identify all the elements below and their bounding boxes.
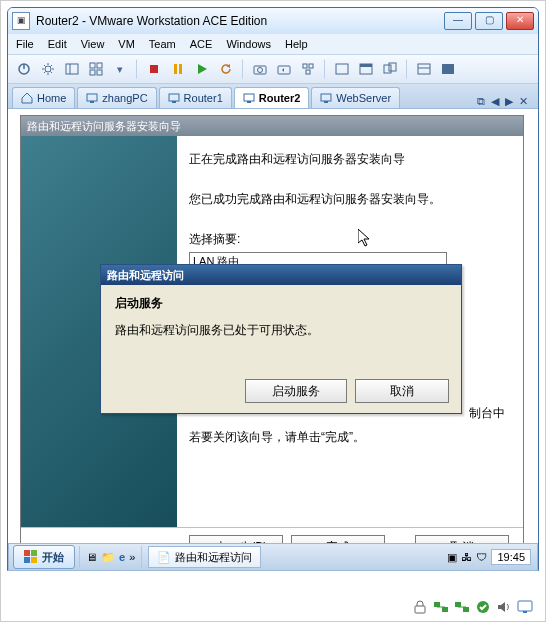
- svg-rect-32: [244, 94, 254, 101]
- host-display-icon[interactable]: [517, 599, 533, 615]
- snapshot-icon[interactable]: [249, 58, 271, 80]
- tab-label: Router1: [184, 92, 223, 104]
- svg-rect-22: [360, 64, 372, 67]
- start-label: 开始: [42, 550, 64, 565]
- tray-security-icon[interactable]: 🛡: [476, 551, 487, 563]
- thumbnails-icon[interactable]: [85, 58, 107, 80]
- reset-icon[interactable]: [215, 58, 237, 80]
- svg-rect-38: [24, 557, 30, 563]
- close-button[interactable]: ✕: [506, 12, 534, 30]
- menu-view[interactable]: View: [81, 38, 105, 50]
- minimize-button[interactable]: —: [444, 12, 472, 30]
- power-off-icon[interactable]: [13, 58, 35, 80]
- play-icon[interactable]: [191, 58, 213, 80]
- quick-launch: 🖥 📁 e »: [79, 546, 142, 568]
- svg-point-2: [45, 66, 51, 72]
- wizard-text-success: 您已成功完成路由和远程访问服务器安装向导。: [189, 190, 505, 208]
- svg-rect-31: [172, 101, 176, 103]
- menu-ace[interactable]: ACE: [190, 38, 213, 50]
- svg-rect-17: [303, 64, 307, 68]
- dropdown-icon[interactable]: ▾: [109, 58, 131, 80]
- svg-rect-8: [97, 70, 102, 75]
- titlebar: ▣ Router2 - VMware Workstation ACE Editi…: [8, 8, 538, 34]
- tabstrip-close-icon[interactable]: ✕: [517, 95, 530, 108]
- manage-snapshot-icon[interactable]: [297, 58, 319, 80]
- tabstrip-clone-icon[interactable]: ⧉: [475, 95, 487, 108]
- svg-rect-7: [90, 70, 95, 75]
- tab-webserver[interactable]: WebServer: [311, 87, 400, 108]
- app-icon: ▣: [12, 12, 30, 30]
- tab-home-label: Home: [37, 92, 66, 104]
- svg-rect-11: [179, 64, 182, 74]
- svg-rect-30: [169, 94, 179, 101]
- ql-desktop-icon[interactable]: 🖥: [86, 551, 97, 563]
- tray-vmtools-icon[interactable]: ▣: [447, 551, 457, 564]
- dialog-body-text: 路由和远程访问服务已处于可用状态。: [115, 322, 447, 339]
- service-dialog: 路由和远程访问 启动服务 路由和远程访问服务已处于可用状态。 启动服务 取消: [100, 264, 462, 414]
- tray-network-icon[interactable]: 🖧: [461, 551, 472, 563]
- wizard-close-hint: 若要关闭该向导，请单击“完成”。: [189, 428, 505, 446]
- tray-clock[interactable]: 19:45: [491, 549, 531, 565]
- wizard-title: 路由和远程访问服务器安装向导: [21, 116, 523, 136]
- svg-rect-33: [247, 101, 251, 103]
- unity-icon[interactable]: [379, 58, 401, 80]
- tab-zhangpc[interactable]: zhangPC: [77, 87, 156, 108]
- vmware-window: ▣ Router2 - VMware Workstation ACE Editi…: [7, 7, 539, 571]
- sidebar-icon[interactable]: [61, 58, 83, 80]
- dialog-start-button[interactable]: 启动服务: [245, 379, 347, 403]
- menu-file[interactable]: File: [16, 38, 34, 50]
- svg-rect-18: [309, 64, 313, 68]
- pause-icon[interactable]: [167, 58, 189, 80]
- ql-explorer-icon[interactable]: 📁: [101, 551, 115, 564]
- svg-rect-41: [434, 602, 440, 607]
- tab-router1[interactable]: Router1: [159, 87, 232, 108]
- menu-team[interactable]: Team: [149, 38, 176, 50]
- tab-home[interactable]: Home: [12, 87, 75, 108]
- menu-help[interactable]: Help: [285, 38, 308, 50]
- dialog-cancel-button[interactable]: 取消: [355, 379, 449, 403]
- taskbar-app-label: 路由和远程访问: [175, 550, 252, 565]
- ql-ie-icon[interactable]: e: [119, 551, 125, 563]
- svg-rect-37: [31, 550, 37, 556]
- wizard-heading: 正在完成路由和远程访问服务器安装向导: [189, 150, 505, 168]
- svg-rect-19: [306, 70, 310, 74]
- svg-rect-36: [24, 550, 30, 556]
- quick-switch-icon[interactable]: [355, 58, 377, 80]
- revert-icon[interactable]: [273, 58, 295, 80]
- svg-rect-29: [90, 101, 94, 103]
- stop-icon[interactable]: [143, 58, 165, 80]
- tab-label: Router2: [259, 92, 301, 104]
- console-view-icon[interactable]: [437, 58, 459, 80]
- menu-edit[interactable]: Edit: [48, 38, 67, 50]
- svg-rect-5: [90, 63, 95, 68]
- start-button[interactable]: 开始: [13, 545, 75, 569]
- svg-rect-49: [523, 611, 527, 613]
- ql-expand-icon[interactable]: »: [129, 551, 135, 563]
- toolbar: ▾: [8, 55, 538, 84]
- taskbar-app-rras[interactable]: 📄 路由和远程访问: [148, 546, 261, 568]
- svg-rect-48: [518, 601, 532, 611]
- maximize-button[interactable]: ▢: [475, 12, 503, 30]
- svg-rect-44: [455, 602, 461, 607]
- host-net2-icon[interactable]: [454, 599, 470, 615]
- menubar: File Edit View VM Team ACE Windows Help: [8, 34, 538, 55]
- svg-rect-3: [66, 64, 78, 74]
- svg-rect-35: [324, 101, 328, 103]
- host-volume-icon[interactable]: [496, 599, 512, 615]
- tabstrip-next-icon[interactable]: ▶: [503, 95, 515, 108]
- fullscreen-icon[interactable]: [331, 58, 353, 80]
- host-safely-remove-icon[interactable]: [475, 599, 491, 615]
- host-net1-icon[interactable]: [433, 599, 449, 615]
- menu-windows[interactable]: Windows: [226, 38, 271, 50]
- svg-rect-20: [336, 64, 348, 74]
- summary-view-icon[interactable]: [413, 58, 435, 80]
- menu-vm[interactable]: VM: [118, 38, 135, 50]
- svg-point-15: [258, 68, 263, 73]
- host-lock-icon[interactable]: [412, 599, 428, 615]
- settings-icon[interactable]: [37, 58, 59, 80]
- svg-rect-6: [97, 63, 102, 68]
- tab-router2[interactable]: Router2: [234, 87, 310, 108]
- tabstrip-prev-icon[interactable]: ◀: [489, 95, 501, 108]
- svg-marker-12: [198, 64, 207, 74]
- dialog-title: 路由和远程访问: [101, 265, 461, 285]
